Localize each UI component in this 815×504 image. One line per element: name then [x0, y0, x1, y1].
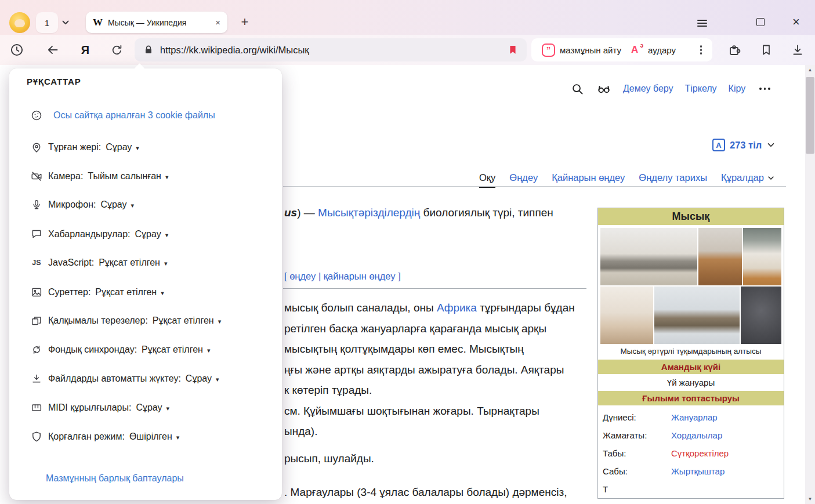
article-body: мысық болып саналады, оны Африка тұрғынд… — [284, 298, 575, 504]
section-divider — [283, 288, 586, 289]
tab-history[interactable]: Өңделу тарихы — [639, 172, 707, 186]
taxonomy-table: Дүниесі: Жануарлар Жамағаты: Хордалылар … — [598, 405, 784, 498]
avatar-face — [15, 19, 25, 27]
window-maximize-icon[interactable] — [756, 18, 765, 26]
popups-icon — [30, 314, 43, 327]
permission-dropdown[interactable]: Рұқсат етілген▾ — [153, 316, 221, 326]
cat-photo-orange-abyssinian[interactable] — [698, 228, 742, 285]
translate-button[interactable]: Аә аудару — [626, 38, 680, 61]
register-link[interactable]: Тіркелу — [685, 84, 717, 94]
article-line: рысып, шулайды. — [284, 448, 575, 469]
conservation-status-header: Амандық күйі — [598, 360, 784, 374]
africa-link[interactable]: Африка — [437, 302, 477, 314]
yandex-button[interactable]: Я — [78, 42, 93, 57]
permission-dropdown[interactable]: Сұрау▾ — [186, 374, 219, 384]
dropdown-caret-icon: ▾ — [166, 405, 170, 412]
permission-dropdown[interactable]: Сұрау▾ — [100, 200, 134, 210]
address-bar[interactable]: https://kk.wikipedia.org/wiki/Мысық — [135, 38, 527, 61]
tab-close-icon[interactable]: × — [215, 17, 220, 27]
section-edit-links[interactable]: [ өңдеу | қайнарын өңдеу ] — [284, 271, 401, 282]
scrollbar-up-icon[interactable]: ▲ — [805, 65, 815, 75]
tab-read[interactable]: Оқу — [479, 172, 495, 188]
tab-edit[interactable]: Өңдеу — [509, 172, 538, 186]
profile-avatar[interactable] — [9, 12, 30, 33]
read-aloud-icon: ” — [542, 43, 555, 57]
site-permissions-panel: РҰҚСАТТАР Осы сайтқа арналған 3 cookie ф… — [9, 68, 282, 500]
permission-dropdown[interactable]: Сұрау▾ — [136, 403, 169, 413]
images-icon — [30, 286, 43, 299]
tab-group-label: 1 — [45, 18, 49, 28]
cat-photo-dark-gray[interactable] — [741, 287, 781, 344]
scrollbar-down-icon[interactable]: ▼ — [805, 494, 815, 504]
article-line: к көтеріп тұрады. — [284, 380, 575, 401]
user-menu-ellipsis-icon[interactable] — [757, 85, 772, 92]
bookmark-flag-icon[interactable] — [507, 44, 519, 56]
article-intro-line: us) — Мысықтәрізділердің биологиялық түр… — [284, 206, 553, 219]
language-selector[interactable]: A 273 тіл — [712, 139, 776, 151]
window-close-icon[interactable]: × — [792, 14, 800, 30]
article-line: см. Құйымшағы шоқтығынан жоғары. Тырнақт… — [284, 401, 575, 422]
felidae-link[interactable]: Мысықтәрізділердің — [318, 206, 420, 219]
tab-group-chip[interactable]: 1 — [36, 12, 58, 33]
history-button[interactable] — [9, 42, 24, 57]
downloads-icon[interactable] — [790, 42, 805, 57]
search-icon[interactable] — [570, 81, 585, 96]
all-content-settings-link[interactable]: Мазмұнның барлық баптаулары — [46, 473, 184, 484]
class-link[interactable]: Сүтқоректілер — [671, 448, 729, 458]
lock-icon[interactable] — [143, 44, 154, 56]
login-link[interactable]: Кіру — [729, 84, 746, 94]
cat-photo-gray-tabby-lying[interactable] — [600, 228, 697, 285]
location-icon — [30, 141, 43, 154]
read-aloud-button[interactable]: ” мазмұнын айту — [537, 38, 626, 61]
cat-photo-cream-siamese[interactable] — [600, 287, 653, 344]
donate-link[interactable]: Демеу беру — [623, 84, 673, 94]
permission-dropdown[interactable]: Рұқсат етілген▾ — [142, 345, 210, 355]
cat-photo-white-orange[interactable] — [743, 228, 781, 285]
browser-chrome: 1 W Мысық — Уикипедия × + × Я — [0, 0, 815, 65]
auto-download-icon — [30, 372, 43, 385]
permission-row-javascript: JS JavaScript: Рұқсат етілген▾ — [30, 254, 167, 271]
taxonomy-header: Ғылыми топтастыруы — [598, 391, 784, 405]
permission-dropdown[interactable]: Тыйым салынған▾ — [88, 171, 168, 182]
url-text[interactable]: https://kk.wikipedia.org/wiki/Мысық — [160, 45, 501, 56]
taxobox: Мысық Мысық әртүрлі тұқымдарының алтысы … — [597, 208, 784, 499]
permission-dropdown[interactable]: Рұқсат етілген▾ — [99, 258, 167, 268]
language-count: 273 тіл — [730, 140, 762, 151]
window-menu-icon[interactable] — [697, 18, 707, 28]
active-tab[interactable]: W Мысық — Уикипедия × — [86, 12, 227, 33]
cookies-link[interactable]: Осы сайтқа арналған 3 cookie файлы — [30, 107, 215, 124]
toolbar-actions: ” мазмұнын айту Аә аудару — [531, 38, 712, 61]
order-link[interactable]: Жыртқыштар — [671, 466, 725, 476]
tab-edit-source[interactable]: Қайнарын өңдеу — [552, 172, 625, 186]
tab-group-caret-icon[interactable] — [60, 17, 71, 28]
dropdown-caret-icon: ▾ — [165, 173, 169, 181]
camera-off-icon — [30, 170, 43, 183]
permission-dropdown[interactable]: Сұрау▾ — [135, 229, 168, 240]
permissions-title: РҰҚСАТТАР — [27, 77, 81, 86]
reload-button[interactable] — [109, 42, 124, 57]
phylum-link[interactable]: Хордалылар — [671, 430, 722, 440]
back-button[interactable] — [45, 42, 60, 57]
permission-row-protected-mode: Қорғалған режим: Өшірілген▾ — [30, 428, 179, 445]
tab-tools[interactable]: Құралдар — [721, 172, 775, 186]
kingdom-link[interactable]: Жануарлар — [671, 412, 718, 422]
cat-photo-tabby-snow[interactable] — [654, 287, 739, 344]
permission-dropdown[interactable]: Сұрау▾ — [106, 142, 139, 153]
permission-dropdown[interactable]: Рұқсат етілген▾ — [95, 287, 164, 298]
appearance-glasses-icon[interactable] — [596, 81, 611, 96]
article-line: ңғы және артқы аяқтарды ажыратуға болады… — [284, 360, 575, 380]
scrollbar-thumb[interactable] — [806, 77, 814, 154]
new-tab-button[interactable]: + — [237, 14, 253, 30]
permission-row-popups: Қалқымалы терезелер: Рұқсат етілген▾ — [30, 312, 221, 329]
wiki-user-menu: Демеу беру Тіркелу Кіру — [570, 81, 773, 96]
page-scrollbar[interactable]: ▲ ▼ — [805, 65, 815, 504]
permission-dropdown[interactable]: Өшірілген▾ — [129, 432, 179, 442]
taxobox-caption: Мысық әртүрлі тұқымдарының алтысы — [598, 345, 784, 360]
taxonomy-row: Дүниесі: Жануарлар — [598, 408, 784, 426]
extensions-icon[interactable] — [726, 42, 741, 57]
cookies-link-label: Осы сайтқа арналған 3 cookie файлы — [53, 110, 215, 121]
microphone-icon — [30, 198, 43, 211]
collections-icon[interactable] — [759, 42, 774, 57]
dropdown-caret-icon: ▾ — [207, 347, 211, 354]
toolbar-more-icon[interactable] — [696, 44, 707, 56]
